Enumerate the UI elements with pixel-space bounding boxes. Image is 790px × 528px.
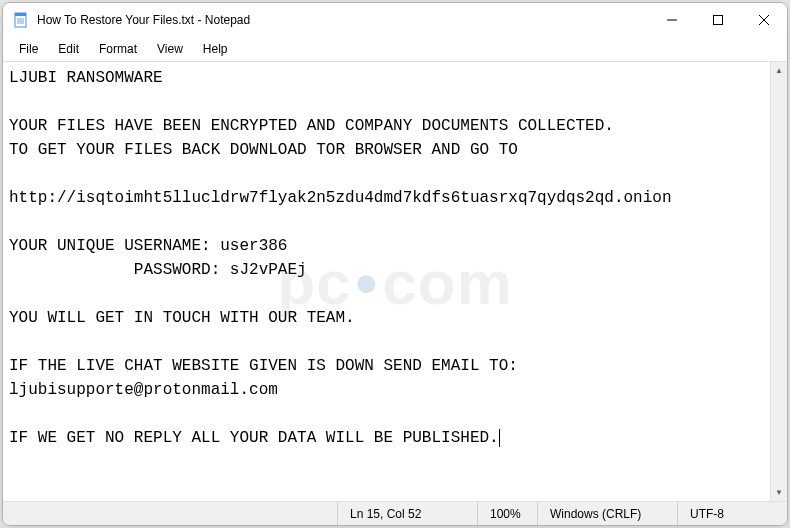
window-title: How To Restore Your Files.txt - Notepad <box>37 13 649 27</box>
menu-format[interactable]: Format <box>89 39 147 59</box>
notepad-window: How To Restore Your Files.txt - Notepad … <box>2 2 788 526</box>
menubar: File Edit Format View Help <box>3 37 787 61</box>
minimize-button[interactable] <box>649 3 695 37</box>
status-encoding: UTF-8 <box>677 502 787 525</box>
notepad-icon <box>13 12 29 28</box>
text-editor[interactable]: LJUBI RANSOMWARE YOUR FILES HAVE BEEN EN… <box>3 62 770 501</box>
scroll-up-icon[interactable]: ▲ <box>771 62 787 79</box>
text-caret <box>499 429 500 447</box>
svg-rect-1 <box>15 13 26 16</box>
menu-file[interactable]: File <box>9 39 48 59</box>
minimize-icon <box>667 15 677 25</box>
scroll-down-icon[interactable]: ▼ <box>771 484 787 501</box>
window-controls <box>649 3 787 37</box>
editor-area: LJUBI RANSOMWARE YOUR FILES HAVE BEEN EN… <box>3 61 787 501</box>
maximize-icon <box>713 15 723 25</box>
titlebar[interactable]: How To Restore Your Files.txt - Notepad <box>3 3 787 37</box>
status-position: Ln 15, Col 52 <box>337 502 477 525</box>
close-icon <box>759 15 769 25</box>
menu-edit[interactable]: Edit <box>48 39 89 59</box>
vertical-scrollbar[interactable]: ▲ ▼ <box>770 62 787 501</box>
close-button[interactable] <box>741 3 787 37</box>
menu-view[interactable]: View <box>147 39 193 59</box>
status-zoom: 100% <box>477 502 537 525</box>
editor-content: LJUBI RANSOMWARE YOUR FILES HAVE BEEN EN… <box>9 69 672 447</box>
svg-rect-6 <box>714 16 723 25</box>
menu-help[interactable]: Help <box>193 39 238 59</box>
statusbar: Ln 15, Col 52 100% Windows (CRLF) UTF-8 <box>3 501 787 525</box>
maximize-button[interactable] <box>695 3 741 37</box>
scroll-track[interactable] <box>771 79 787 484</box>
status-line-ending: Windows (CRLF) <box>537 502 677 525</box>
